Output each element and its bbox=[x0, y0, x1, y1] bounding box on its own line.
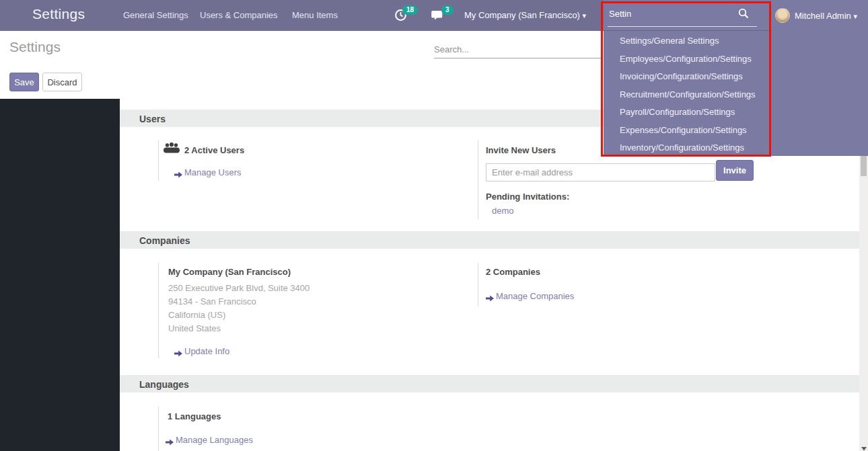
pending-invitations-label: Pending Invitations: bbox=[486, 192, 569, 202]
settings-app-sidebar bbox=[0, 99, 120, 451]
company-address-line: 250 Executive Park Blvd, Suite 3400 bbox=[168, 283, 310, 293]
divider bbox=[158, 140, 159, 181]
arrow-right-icon bbox=[174, 169, 182, 181]
manage-languages-link[interactable]: Manage Languages bbox=[176, 435, 253, 445]
highlight-annotation-box bbox=[601, 1, 771, 157]
messages-badge: 3 bbox=[441, 5, 454, 15]
arrow-right-icon bbox=[174, 347, 182, 360]
divider bbox=[478, 263, 478, 306]
company-address-line: California (US) bbox=[168, 310, 225, 320]
manage-users-link[interactable]: Manage Users bbox=[184, 167, 242, 177]
arrow-right-icon bbox=[166, 436, 174, 448]
invite-email-input[interactable] bbox=[486, 163, 715, 181]
company-address-line: United States bbox=[168, 323, 221, 333]
company-address-line: 94134 - San Francisco bbox=[168, 296, 256, 306]
scrollbar-down-arrow-icon[interactable] bbox=[861, 442, 867, 451]
activities-badge: 18 bbox=[402, 5, 418, 15]
section-header-languages: Languages bbox=[120, 375, 859, 393]
nav-menu-users-companies[interactable]: Users & Companies bbox=[200, 10, 278, 20]
breadcrumb: Settings bbox=[9, 39, 61, 55]
chevron-down-icon: ▾ bbox=[853, 12, 857, 20]
save-button[interactable]: Save bbox=[9, 73, 39, 91]
invite-new-users-label: Invite New Users bbox=[486, 145, 556, 155]
section-header-companies: Companies bbox=[120, 231, 859, 249]
invite-button[interactable]: Invite bbox=[716, 160, 754, 181]
manage-companies-link[interactable]: Manage Companies bbox=[496, 291, 574, 301]
discard-button[interactable]: Discard bbox=[42, 73, 82, 91]
avatar[interactable] bbox=[775, 8, 790, 23]
content-search-input[interactable] bbox=[434, 40, 602, 58]
companies-count: 2 Companies bbox=[486, 267, 540, 277]
app-title: Settings bbox=[32, 6, 85, 22]
settings-page: Settings General Settings Users & Compan… bbox=[0, 0, 868, 451]
company-name: My Company (San Francisco) bbox=[168, 267, 291, 277]
languages-count: 1 Languages bbox=[168, 411, 221, 421]
pending-user-link[interactable]: demo bbox=[492, 206, 514, 216]
arrow-right-icon bbox=[486, 292, 494, 304]
active-users-icon bbox=[164, 142, 180, 156]
company-switcher[interactable]: My Company (San Francisco) ▾ bbox=[464, 10, 586, 20]
divider bbox=[158, 263, 159, 358]
user-menu[interactable]: Mitchell Admin ▾ bbox=[795, 11, 857, 21]
nav-menu-general-settings[interactable]: General Settings bbox=[123, 10, 188, 20]
chevron-down-icon: ▾ bbox=[583, 11, 587, 19]
update-info-link[interactable]: Update Info bbox=[184, 346, 229, 356]
active-users-count: 2 Active Users bbox=[184, 145, 244, 155]
nav-menu-menu-items[interactable]: Menu Items bbox=[292, 10, 338, 20]
divider bbox=[478, 140, 478, 219]
divider bbox=[158, 407, 159, 451]
